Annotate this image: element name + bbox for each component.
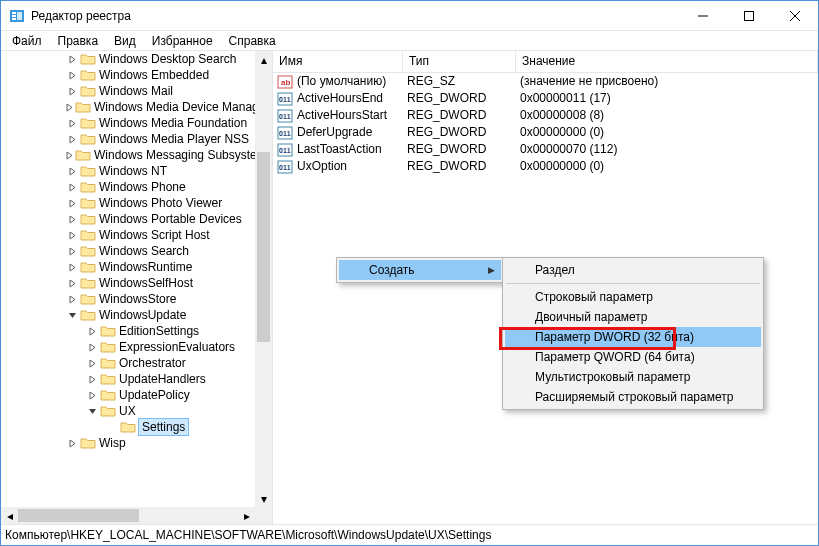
tree-item-label: Windows Media Foundation [99, 115, 247, 131]
tree-item[interactable]: Settings [1, 419, 255, 435]
tree-item-label: Wisp [99, 435, 126, 451]
value-row[interactable]: 011ActiveHoursEndREG_DWORD0x00000011 (17… [273, 90, 818, 107]
tree-item[interactable]: Windows Script Host [1, 227, 255, 243]
value-name: ActiveHoursStart [297, 107, 387, 124]
close-button[interactable] [772, 1, 818, 31]
tree-item[interactable]: Windows NT [1, 163, 255, 179]
tree-item[interactable]: Windows Messaging Subsystem [1, 147, 255, 163]
context-item[interactable]: Мультистроковый параметр [505, 367, 761, 387]
tree-item[interactable]: WindowsSelfHost [1, 275, 255, 291]
value-row[interactable]: 011DeferUpgradeREG_DWORD0x00000000 (0) [273, 124, 818, 141]
tree[interactable]: Windows Desktop SearchWindows EmbeddedWi… [1, 51, 255, 507]
tree-v-scrollbar[interactable]: ▴ ▾ [255, 51, 272, 507]
chevron-right-icon[interactable] [65, 167, 79, 176]
chevron-right-icon[interactable] [65, 279, 79, 288]
chevron-right-icon[interactable] [65, 247, 79, 256]
scroll-thumb[interactable] [257, 152, 270, 342]
context-item[interactable]: Расширяемый строковый параметр [505, 387, 761, 407]
chevron-right-icon[interactable] [65, 263, 79, 272]
tree-item[interactable]: WindowsUpdate [1, 307, 255, 323]
chevron-right-icon[interactable] [65, 199, 79, 208]
chevron-right-icon[interactable] [85, 343, 99, 352]
tree-item[interactable]: Windows Search [1, 243, 255, 259]
scroll-up-icon[interactable]: ▴ [255, 51, 272, 68]
chevron-right-icon[interactable] [65, 55, 79, 64]
tree-item[interactable]: Windows Mail [1, 83, 255, 99]
tree-item[interactable]: Windows Embedded [1, 67, 255, 83]
tree-item[interactable]: Windows Media Device Manager [1, 99, 255, 115]
folder-icon [80, 180, 96, 194]
value-row[interactable]: 011UxOptionREG_DWORD0x00000000 (0) [273, 158, 818, 175]
tree-item[interactable]: Windows Portable Devices [1, 211, 255, 227]
chevron-right-icon[interactable] [65, 151, 74, 160]
value-data: 0x00000000 (0) [516, 124, 818, 141]
value-row[interactable]: 011ActiveHoursStartREG_DWORD0x00000008 (… [273, 107, 818, 124]
tree-item[interactable]: Windows Photo Viewer [1, 195, 255, 211]
chevron-right-icon[interactable] [65, 71, 79, 80]
tree-item[interactable]: Windows Phone [1, 179, 255, 195]
col-type[interactable]: Тип [403, 51, 516, 72]
binary-value-icon: 011 [277, 126, 293, 140]
menu-file[interactable]: Файл [5, 33, 49, 49]
tree-item[interactable]: UpdateHandlers [1, 371, 255, 387]
regedit-icon [9, 8, 25, 24]
string-value-icon: ab [277, 75, 293, 89]
chevron-right-icon[interactable] [65, 87, 79, 96]
context-item[interactable]: Двоичный параметр [505, 307, 761, 327]
chevron-right-icon[interactable] [85, 359, 99, 368]
tree-item[interactable]: ExpressionEvaluators [1, 339, 255, 355]
chevron-down-icon[interactable] [85, 407, 99, 416]
value-type: REG_DWORD [403, 141, 516, 158]
tree-item-label: WindowsUpdate [99, 307, 186, 323]
chevron-right-icon[interactable] [85, 391, 99, 400]
context-create[interactable]: Создать ▶ [339, 260, 501, 280]
chevron-right-icon[interactable] [65, 183, 79, 192]
tree-item-label: Windows Media Device Manager [94, 99, 255, 115]
tree-item[interactable]: UpdatePolicy [1, 387, 255, 403]
context-item[interactable]: Параметр QWORD (64 бита) [505, 347, 761, 367]
context-item[interactable]: Параметр DWORD (32 бита) [505, 327, 761, 347]
scroll-left-icon[interactable]: ◂ [1, 507, 18, 524]
tree-item[interactable]: EditionSettings [1, 323, 255, 339]
value-type: REG_DWORD [403, 90, 516, 107]
value-row[interactable]: 011LastToastActionREG_DWORD0x00000070 (1… [273, 141, 818, 158]
chevron-right-icon[interactable] [65, 119, 79, 128]
tree-item[interactable]: UX [1, 403, 255, 419]
tree-h-scrollbar[interactable]: ◂ ▸ [1, 507, 255, 524]
tree-item[interactable]: WindowsStore [1, 291, 255, 307]
list-pane: Имя Тип Значение ab(По умолчанию)REG_SZ(… [273, 51, 818, 524]
context-item[interactable]: Строковый параметр [505, 287, 761, 307]
maximize-button[interactable] [726, 1, 772, 31]
chevron-right-icon[interactable] [65, 295, 79, 304]
chevron-right-icon[interactable] [65, 231, 79, 240]
tree-item[interactable]: Wisp [1, 435, 255, 451]
tree-item[interactable]: WindowsRuntime [1, 259, 255, 275]
scroll-right-icon[interactable]: ▸ [238, 507, 255, 524]
tree-item[interactable]: Windows Media Player NSS [1, 131, 255, 147]
col-value[interactable]: Значение [516, 51, 818, 72]
tree-item[interactable]: Orchestrator [1, 355, 255, 371]
chevron-right-icon[interactable] [65, 103, 74, 112]
col-name[interactable]: Имя [273, 51, 403, 72]
chevron-down-icon[interactable] [65, 311, 79, 320]
chevron-right-icon[interactable] [65, 135, 79, 144]
value-list[interactable]: ab(По умолчанию)REG_SZ(значение не присв… [273, 73, 818, 175]
chevron-right-icon[interactable] [65, 215, 79, 224]
binary-value-icon: 011 [277, 160, 293, 174]
menu-help[interactable]: Справка [222, 33, 283, 49]
chevron-right-icon[interactable] [65, 439, 79, 448]
folder-icon [80, 292, 96, 306]
menu-edit[interactable]: Правка [51, 33, 106, 49]
menu-view[interactable]: Вид [107, 33, 143, 49]
folder-icon [75, 148, 91, 162]
value-row[interactable]: ab(По умолчанию)REG_SZ(значение не присв… [273, 73, 818, 90]
tree-item[interactable]: Windows Desktop Search [1, 51, 255, 67]
context-item[interactable]: Раздел [505, 260, 761, 280]
menu-favorites[interactable]: Избранное [145, 33, 220, 49]
minimize-button[interactable] [680, 1, 726, 31]
chevron-right-icon[interactable] [85, 327, 99, 336]
tree-item[interactable]: Windows Media Foundation [1, 115, 255, 131]
chevron-right-icon[interactable] [85, 375, 99, 384]
scroll-down-icon[interactable]: ▾ [255, 490, 272, 507]
scroll-thumb[interactable] [18, 509, 139, 522]
